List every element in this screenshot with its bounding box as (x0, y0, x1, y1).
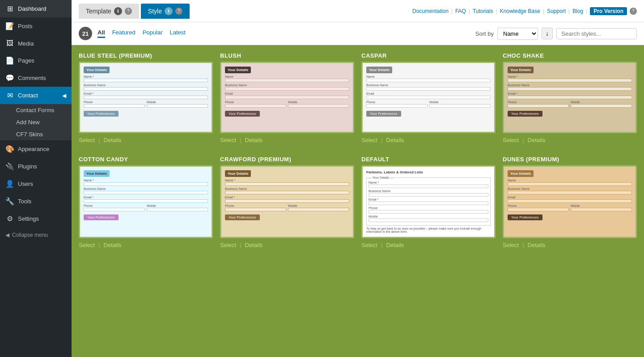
sidebar-item-media[interactable]: 🖼 Media (0, 35, 72, 52)
dashboard-icon: ⊞ (5, 4, 14, 13)
tab-group: Template ℹ ? Style ℹ ? (79, 4, 190, 19)
caspar-title: CASPAR (361, 52, 496, 59)
blue-steel-actions: Select | Details (79, 133, 213, 149)
filter-popular[interactable]: Popular (143, 29, 163, 38)
topbar: Template ℹ ? Style ℹ ? Documentation | F… (72, 0, 644, 22)
style-count-badge: 21 (79, 27, 92, 40)
sidebar: ⊞ Dashboard 📝 Posts 🖼 Media 📄 Pages 💬 Co… (0, 0, 72, 357)
pages-icon: 📄 (5, 56, 14, 65)
top-links: Documentation | FAQ | Tutorials | Knowle… (412, 7, 637, 15)
filter-all[interactable]: All (97, 29, 105, 38)
dunes-details[interactable]: Details (528, 242, 546, 248)
appearance-icon: 🎨 (5, 145, 14, 153)
link-tutorials[interactable]: Tutorials (473, 8, 493, 14)
plugins-icon: 🔌 (5, 162, 14, 171)
sidebar-item-comments[interactable]: 💬 Comments (0, 69, 72, 87)
blue-steel-details[interactable]: Details (104, 137, 122, 143)
style-help-icon: ? (175, 8, 182, 15)
tab-style-label: Style (148, 8, 162, 15)
grid-area: BLUE STEEL (PREMIUM) Your Details Name *… (72, 45, 644, 357)
default-title: DEFAULT (361, 156, 496, 163)
cotton-candy-select[interactable]: Select (79, 242, 95, 248)
choc-shake-title: CHOC SHAKE (503, 52, 637, 59)
crawford-title: CRAWFORD (PREMIUM) (220, 156, 354, 163)
users-icon: 👤 (5, 180, 14, 188)
link-support[interactable]: Support (547, 8, 566, 14)
crawford-select[interactable]: Select (220, 242, 236, 248)
filter-latest[interactable]: Latest (169, 29, 185, 38)
collapse-menu[interactable]: ◀ Collapse menu (0, 227, 72, 243)
crawford-details[interactable]: Details (245, 242, 263, 248)
default-details[interactable]: Details (386, 242, 404, 248)
style-card-blush: BLUSH Your Details Name Business Name Em… (220, 52, 354, 149)
style-card-blue-steel: BLUE STEEL (PREMIUM) Your Details Name *… (79, 52, 213, 149)
style-card-default: DEFAULT Fieldsets, Labels & Ordered List… (361, 156, 496, 254)
blue-steel-title: BLUE STEEL (PREMIUM) (79, 52, 213, 59)
cotton-candy-title: COTTON CANDY (79, 156, 213, 163)
link-documentation[interactable]: Documentation (412, 8, 449, 14)
dunes-actions: Select | Details (503, 238, 637, 254)
caspar-select[interactable]: Select (361, 137, 377, 143)
blush-details[interactable]: Details (245, 137, 263, 143)
sort-select[interactable]: Name Featured Popular Latest (497, 28, 538, 40)
dunes-preview: Your Details Name Business Name Email Ph… (503, 165, 637, 238)
blue-steel-preview: Your Details Name * Business Name Email … (79, 62, 213, 133)
posts-icon: 📝 (5, 22, 14, 30)
sidebar-item-pages[interactable]: 📄 Pages (0, 52, 72, 69)
sidebar-item-dashboard[interactable]: ⊞ Dashboard (0, 0, 72, 17)
sidebar-item-tools[interactable]: 🔧 Tools (0, 193, 72, 210)
settings-icon: ⚙ (5, 214, 14, 223)
link-pro-version[interactable]: Pro Version (590, 7, 627, 15)
sort-direction-button[interactable]: ↓ (542, 28, 553, 39)
sidebar-item-cf7-skins[interactable]: CF7 Skins (0, 128, 72, 140)
style-card-caspar: CASPAR Your Details Name Business Name E… (361, 52, 496, 149)
blue-steel-select[interactable]: Select (79, 137, 95, 143)
sidebar-item-contact[interactable]: ✉ Contact ◀ (0, 87, 72, 104)
pro-help-icon: ? (630, 8, 637, 15)
choc-shake-details[interactable]: Details (528, 137, 546, 143)
sidebar-item-appearance[interactable]: 🎨 Appearance (0, 140, 72, 158)
styles-grid: BLUE STEEL (PREMIUM) Your Details Name *… (79, 52, 637, 254)
caspar-actions: Select | Details (361, 133, 496, 149)
cotton-candy-details[interactable]: Details (104, 242, 122, 248)
choc-shake-actions: Select | Details (503, 133, 637, 149)
tab-template-label: Template (86, 8, 111, 15)
dunes-select[interactable]: Select (503, 242, 519, 248)
template-help-icon: ? (125, 8, 132, 15)
link-faq[interactable]: FAQ (455, 8, 466, 14)
style-card-cotton-candy: COTTON CANDY Your Details Name * Busines… (79, 156, 213, 254)
caspar-details[interactable]: Details (386, 137, 404, 143)
sidebar-item-add-new[interactable]: Add New (0, 116, 72, 128)
sidebar-item-users[interactable]: 👤 Users (0, 175, 72, 193)
link-knowledge-base[interactable]: Knowledge Base (500, 8, 540, 14)
filter-featured[interactable]: Featured (112, 29, 136, 38)
sidebar-item-posts[interactable]: 📝 Posts (0, 17, 72, 35)
style-card-dunes: DUNES (PREMIUM) Your Details Name Busine… (503, 156, 637, 254)
blush-title: BLUSH (220, 52, 354, 59)
crawford-actions: Select | Details (220, 238, 354, 254)
main-content: Template ℹ ? Style ℹ ? Documentation | F… (72, 0, 644, 357)
default-preview: Fieldsets, Labels & Ordered Lists — Your… (361, 165, 496, 238)
style-card-crawford: CRAWFORD (PREMIUM) Your Details Name * B… (220, 156, 354, 254)
link-blog[interactable]: Blog (572, 8, 583, 14)
default-select[interactable]: Select (361, 242, 377, 248)
tab-style[interactable]: Style ℹ ? (141, 4, 190, 19)
tab-template[interactable]: Template ℹ ? (79, 4, 139, 19)
choc-shake-preview: Your Details Name * Business Name Email … (503, 62, 637, 133)
tools-icon: 🔧 (5, 197, 14, 206)
sort-label: Sort by (475, 30, 494, 37)
template-info-badge: ℹ (114, 7, 122, 15)
search-styles-input[interactable] (556, 28, 637, 39)
default-actions: Select | Details (361, 238, 496, 254)
style-info-badge: ℹ (165, 7, 173, 15)
blush-select[interactable]: Select (220, 137, 236, 143)
sidebar-item-contact-forms[interactable]: Contact Forms (0, 104, 72, 116)
contact-icon: ✉ (5, 91, 14, 100)
choc-shake-select[interactable]: Select (503, 137, 519, 143)
collapse-icon: ◀ (5, 232, 9, 238)
contact-arrow: ◀ (62, 92, 66, 99)
sidebar-item-settings[interactable]: ⚙ Settings (0, 210, 72, 227)
blush-preview: Your Details Name Business Name Email Ph… (220, 62, 354, 133)
sidebar-item-plugins[interactable]: 🔌 Plugins (0, 158, 72, 175)
cotton-candy-actions: Select | Details (79, 238, 213, 254)
